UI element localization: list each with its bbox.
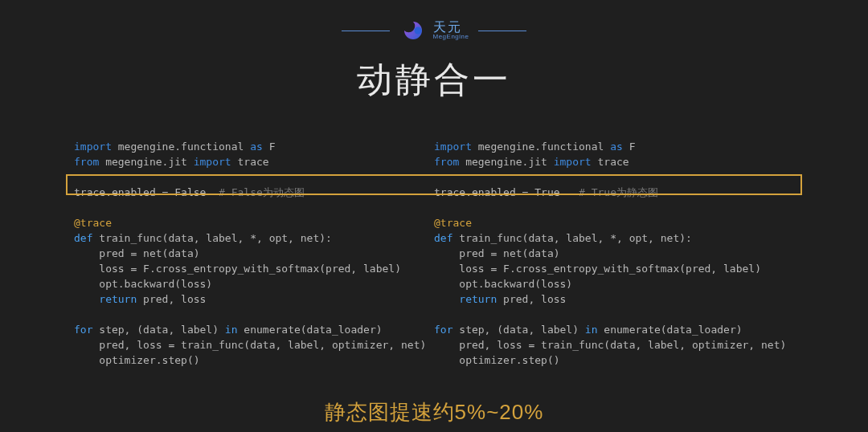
brand-name-en: MegEngine xyxy=(433,34,469,40)
brand-text: 天元 MegEngine xyxy=(433,21,469,40)
divider-right xyxy=(478,31,526,31)
brand-logo: 天元 MegEngine xyxy=(399,19,469,42)
brand-name-cn: 天元 xyxy=(433,21,469,34)
divider-left xyxy=(342,31,390,31)
slide-title: 动静合一 xyxy=(0,56,868,104)
slide-header: 天元 MegEngine xyxy=(0,0,868,42)
performance-claim: 静态图提速约5%~20% xyxy=(0,398,868,426)
code-comparison: import megengine.functional as F from me… xyxy=(0,139,868,368)
megengine-logo-icon xyxy=(399,19,427,42)
code-left-dynamic: import megengine.functional as F from me… xyxy=(74,139,434,368)
code-right-static: import megengine.functional as F from me… xyxy=(434,139,794,368)
svg-point-0 xyxy=(414,27,421,35)
